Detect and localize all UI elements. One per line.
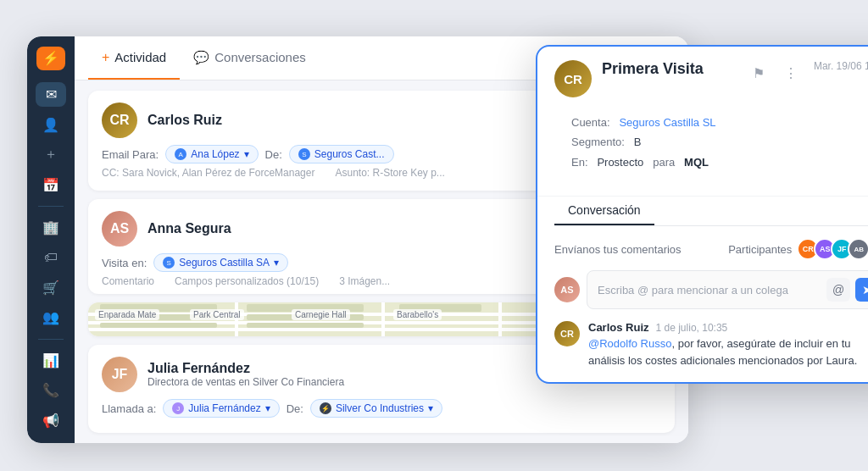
- en-to: MQL: [684, 156, 709, 169]
- app-logo: ⚡: [36, 47, 65, 70]
- sidebar-icon-cart[interactable]: 🛒: [36, 275, 66, 301]
- mention-button[interactable]: @: [826, 278, 850, 302]
- segmento-value: B: [634, 136, 642, 148]
- participantes-label: Participantes: [728, 243, 792, 256]
- chevron-down-icon-julia: ▾: [265, 402, 270, 414]
- sidebar-icon-users[interactable]: 👥: [36, 305, 66, 330]
- sidebar-icon-user[interactable]: 👤: [36, 112, 66, 137]
- conversation-section: Conversación Envíanos tus comentarios Pa…: [537, 197, 868, 382]
- msg-author: Carlos Ruiz: [588, 321, 649, 334]
- pill-dot-julia: J: [172, 402, 184, 414]
- cc-info: CC: Sara Novick, Alan Pérez de ForceMana…: [102, 167, 314, 179]
- chat-icon: 💬: [193, 50, 209, 65]
- pill-julia[interactable]: J Julia Fernández ▾: [163, 399, 279, 418]
- campos-label: Campos personalizados (10/15): [175, 275, 319, 287]
- chevron-down-icon: ▾: [244, 148, 249, 160]
- en-from: Prostecto: [597, 156, 643, 169]
- sidebar-divider: [38, 206, 64, 207]
- contact-name-anna: Anna Segura: [147, 221, 231, 236]
- popup-avatar: CR: [554, 60, 592, 97]
- sidebar-icon-building[interactable]: 🏢: [36, 215, 66, 241]
- participant-4: AB: [848, 238, 868, 260]
- comment-input-wrapper[interactable]: Escriba @ para mencionar a un colega @ ➤: [587, 270, 868, 309]
- imagenes-label: 3 Imágen...: [339, 275, 390, 287]
- msg-text: @Rodolfo Russo, por favor, asegúrate de …: [588, 335, 868, 368]
- popup-card: CR Primera Visita ⚑ ⋮ Mar. 19/06 10:23 C…: [536, 45, 868, 384]
- pill-dot-ana: A: [175, 148, 186, 160]
- message-row: CR Carlos Ruiz 1 de julio, 10:35 @Rodolf…: [554, 321, 868, 368]
- sidebar-icon-mail[interactable]: ✉: [36, 82, 66, 108]
- julia-role: Directora de ventas en Silver Co Financi…: [147, 376, 344, 388]
- account-label: Cuenta:: [571, 116, 610, 129]
- msg-time: 1 de julio, 10:35: [656, 322, 728, 334]
- sidebar-icon-plus[interactable]: ＋: [36, 142, 66, 168]
- pill-dot-sc: S: [163, 257, 175, 269]
- msg-content: Carlos Ruiz 1 de julio, 10:35 @Rodolfo R…: [588, 321, 868, 368]
- pill-silver-co[interactable]: ⚡ Silver Co Industries ▾: [310, 399, 442, 418]
- en-for: para: [653, 156, 675, 169]
- participant-avatars: CR AS JF AB: [797, 238, 868, 260]
- contact-name-carlos: Carlos Ruiz: [147, 113, 222, 128]
- pill-ana-lopez[interactable]: A Ana López ▾: [165, 145, 258, 163]
- tab-actividad[interactable]: + Actividad: [88, 36, 180, 80]
- conv-tab-conversacion[interactable]: Conversación: [554, 197, 654, 225]
- msg-mention: @Rodolfo Russo: [588, 337, 671, 350]
- plus-icon: +: [102, 50, 109, 65]
- segmento-label: Segmento:: [571, 136, 625, 148]
- sidebar-icon-tag[interactable]: 🏷: [36, 245, 66, 270]
- avatar-anna-segura: AS: [102, 211, 137, 247]
- flag-button[interactable]: ⚑: [746, 60, 771, 86]
- popup-title: Primera Visita: [602, 60, 736, 78]
- popup-fields: Cuenta: Seguros Castilla SL Segmento: B …: [554, 104, 868, 186]
- pill-dot-silver: ⚡: [320, 402, 331, 414]
- popup-header: CR Primera Visita ⚑ ⋮ Mar. 19/06 10:23 C…: [537, 47, 868, 197]
- comentario-label: Comentario: [102, 275, 154, 287]
- map-label-2: Park Central: [190, 309, 244, 320]
- pill-seguros-castilla[interactable]: S Seguros Castilla SA ▾: [153, 253, 288, 272]
- popup-date: Mar. 19/06 10:23: [814, 60, 868, 72]
- map-label-3: Carnegie Hall: [292, 309, 350, 320]
- sidebar-icon-chart[interactable]: 📊: [36, 347, 66, 373]
- more-options-button[interactable]: ⋮: [778, 60, 804, 86]
- chevron-down-icon-sc: ▾: [274, 257, 279, 269]
- email-para-label: Email Para:: [102, 148, 159, 161]
- account-value[interactable]: Seguros Castilla SL: [619, 116, 715, 129]
- sidebar-icon-calendar[interactable]: 📅: [36, 172, 66, 197]
- sidebar-divider-2: [38, 339, 64, 340]
- asunto-info: Asunto: R-Store Key p...: [335, 167, 444, 179]
- chevron-down-icon-silver: ▾: [428, 402, 433, 414]
- avatar-carlos-ruiz: CR: [102, 103, 137, 138]
- contact-name-julia: Julia Fernández: [147, 361, 344, 376]
- sidebar-icon-phone[interactable]: 📞: [36, 378, 66, 403]
- tab-conversaciones[interactable]: 💬 Conversaciones: [180, 36, 320, 80]
- en-label: En:: [571, 156, 588, 169]
- send-button[interactable]: ➤: [855, 278, 868, 302]
- avatar-julia-fernandez: JF: [102, 357, 137, 392]
- comment-input-row: AS Escriba @ para mencionar a un colega …: [554, 270, 868, 309]
- msg-avatar-cr: CR: [554, 321, 580, 346]
- conv-tabs: Conversación: [554, 197, 868, 226]
- envianos-label: Envíanos tus comentarios: [554, 243, 682, 256]
- map-label-1: Enparada Mate: [95, 309, 159, 320]
- comment-user-avatar: AS: [554, 277, 580, 302]
- map-label-4: Barabello's: [393, 309, 442, 320]
- sidebar: ⚡ ✉ 👤 ＋ 📅 🏢 🏷 🛒 👥 📊 📞 📢: [27, 36, 75, 443]
- pill-dot-seguros: S: [298, 148, 310, 160]
- comment-placeholder: Escriba @ para mencionar a un colega: [598, 284, 788, 296]
- sidebar-icon-speaker[interactable]: 📢: [36, 407, 66, 433]
- pill-seguros[interactable]: S Seguros Cast...: [289, 145, 394, 163]
